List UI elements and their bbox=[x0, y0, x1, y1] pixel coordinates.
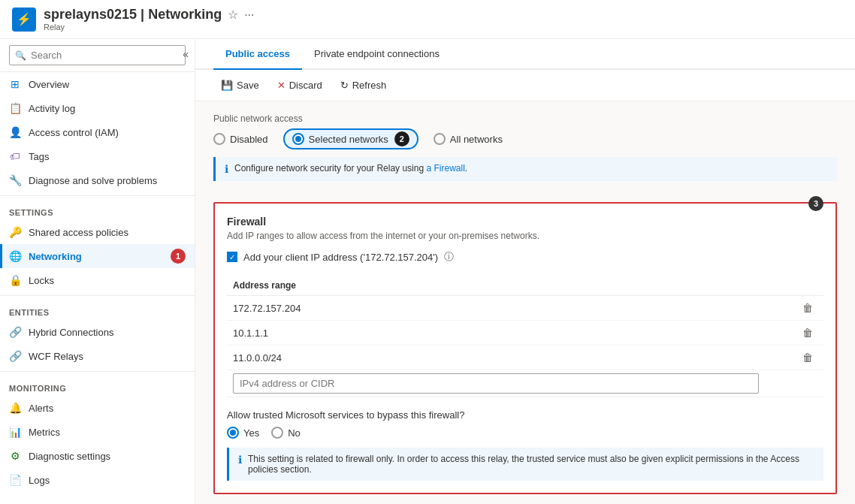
sidebar-item-networking[interactable]: 🌐 Networking 1 bbox=[0, 244, 195, 268]
delete-ip-button[interactable]: 🗑 bbox=[798, 300, 817, 315]
sidebar-item-label: Logs bbox=[29, 475, 50, 486]
tab-label: Public access bbox=[225, 48, 290, 59]
sidebar-item-wcf-relays[interactable]: 🔗 WCF Relays bbox=[0, 344, 195, 368]
collapse-sidebar-button[interactable]: « bbox=[177, 45, 195, 63]
save-label: Save bbox=[237, 80, 259, 91]
info-text: Configure network security for your Rela… bbox=[234, 163, 467, 174]
tags-icon: 🏷 bbox=[9, 150, 21, 162]
wcf-relays-icon: 🔗 bbox=[9, 350, 21, 362]
step-2-badge: 2 bbox=[394, 131, 409, 146]
add-client-ip-row: Add your client IP address ('172.72.157.… bbox=[227, 250, 823, 264]
search-input[interactable] bbox=[9, 45, 186, 65]
sidebar-item-logs[interactable]: 📄 Logs bbox=[0, 468, 195, 492]
search-icon: 🔍 bbox=[15, 50, 26, 61]
bypass-no-radio[interactable] bbox=[271, 427, 283, 439]
tab-public-access[interactable]: Public access bbox=[213, 39, 302, 70]
all-networks-option[interactable]: All networks bbox=[434, 133, 503, 145]
sidebar-divider-2 bbox=[0, 295, 195, 296]
warning-info-icon: ℹ bbox=[238, 454, 242, 466]
bypass-yes-label: Yes bbox=[243, 427, 259, 439]
delete-ip-button[interactable]: 🗑 bbox=[798, 350, 817, 365]
ip-value: 10.1.1.1 bbox=[227, 321, 792, 346]
discard-button[interactable]: ✕ Discard bbox=[270, 76, 330, 95]
selected-networks-option[interactable]: Selected networks 2 bbox=[283, 128, 418, 149]
bypass-no-option[interactable]: No bbox=[271, 427, 301, 439]
sidebar-nav: ⊞ Overview 📋 Activity log 👤 Access contr… bbox=[0, 72, 195, 492]
sidebar-item-label: WCF Relays bbox=[29, 351, 83, 362]
bypass-section: Allow trusted Microsoft services to bypa… bbox=[227, 409, 823, 481]
save-button[interactable]: 💾 Save bbox=[213, 76, 267, 95]
shared-access-icon: 🔑 bbox=[9, 226, 21, 238]
refresh-button[interactable]: ↻ Refresh bbox=[333, 76, 394, 95]
sidebar-divider-3 bbox=[0, 371, 195, 372]
ip-value: 172.72.157.204 bbox=[227, 296, 792, 321]
sidebar-item-label: Metrics bbox=[29, 427, 60, 438]
sidebar-search-area: 🔍 bbox=[0, 39, 195, 72]
warning-banner: ℹ This setting is related to firewall on… bbox=[227, 448, 823, 481]
sidebar-item-diagnose[interactable]: 🔧 Diagnose and solve problems bbox=[0, 168, 195, 192]
sidebar-item-access-control[interactable]: 👤 Access control (IAM) bbox=[0, 120, 195, 144]
sidebar-item-label: Shared access policies bbox=[29, 227, 128, 238]
selected-networks-label: Selected networks bbox=[309, 134, 388, 145]
sidebar-item-shared-access[interactable]: 🔑 Shared access policies bbox=[0, 220, 195, 244]
selected-networks-highlight: Selected networks 2 bbox=[283, 128, 418, 149]
sidebar-item-label: Access control (IAM) bbox=[29, 127, 119, 138]
bypass-no-label: No bbox=[288, 427, 301, 439]
sidebar-item-overview[interactable]: ⊞ Overview bbox=[0, 72, 195, 96]
network-access-radio-group: Disabled Selected networks 2 All network… bbox=[213, 128, 837, 149]
address-table: Address range 172.72.157.204 🗑 10.1.1.1 … bbox=[227, 276, 823, 397]
all-networks-radio[interactable] bbox=[434, 133, 446, 145]
more-actions-button[interactable]: ··· bbox=[244, 8, 254, 22]
sidebar-item-tags[interactable]: 🏷 Tags bbox=[0, 144, 195, 168]
sidebar-item-metrics[interactable]: 📊 Metrics bbox=[0, 420, 195, 444]
sidebar-item-diagnostic-settings[interactable]: ⚙ Diagnostic settings bbox=[0, 444, 195, 468]
tab-label: Private endpoint connections bbox=[314, 48, 440, 59]
delete-ip-button[interactable]: 🗑 bbox=[798, 325, 817, 340]
content-area: Public access Private endpoint connectio… bbox=[195, 39, 855, 504]
bypass-yes-radio[interactable] bbox=[227, 427, 239, 439]
disabled-label: Disabled bbox=[230, 134, 268, 145]
activity-log-icon: 📋 bbox=[9, 102, 21, 114]
sidebar-item-label: Locks bbox=[29, 275, 54, 286]
resource-type: Relay bbox=[44, 23, 254, 32]
info-icon: ℹ bbox=[225, 163, 228, 175]
warning-text: This setting is related to firewall only… bbox=[248, 454, 814, 475]
refresh-icon: ↻ bbox=[340, 80, 349, 91]
sidebar-item-activity-log[interactable]: 📋 Activity log bbox=[0, 96, 195, 120]
diagnostic-settings-icon: ⚙ bbox=[9, 450, 21, 462]
metrics-icon: 📊 bbox=[9, 426, 21, 438]
entities-section-label: Entities bbox=[0, 299, 195, 320]
firewall-link[interactable]: a Firewall bbox=[426, 163, 464, 174]
actions-header bbox=[792, 276, 823, 296]
discard-label: Discard bbox=[289, 80, 322, 91]
overview-icon: ⊞ bbox=[9, 78, 21, 90]
add-client-ip-checkbox[interactable] bbox=[227, 252, 237, 262]
page-title: sprelayns0215 | Networking ☆ ··· bbox=[44, 7, 254, 23]
network-access-label: Public network access bbox=[213, 113, 837, 124]
settings-section-label: Settings bbox=[0, 199, 195, 220]
bypass-yes-option[interactable]: Yes bbox=[227, 427, 259, 439]
discard-icon: ✕ bbox=[277, 80, 286, 91]
address-range-header: Address range bbox=[227, 276, 792, 296]
sidebar-item-locks[interactable]: 🔒 Locks bbox=[0, 268, 195, 292]
info-icon-checkbox: ⓘ bbox=[444, 250, 454, 264]
disabled-radio[interactable] bbox=[213, 133, 225, 145]
tab-private-endpoint[interactable]: Private endpoint connections bbox=[302, 39, 452, 70]
firewall-title: Firewall bbox=[227, 216, 823, 228]
disabled-option[interactable]: Disabled bbox=[213, 133, 268, 145]
table-row: 172.72.157.204 🗑 bbox=[227, 296, 823, 321]
bypass-title: Allow trusted Microsoft services to bypa… bbox=[227, 409, 823, 421]
tabs-bar: Public access Private endpoint connectio… bbox=[195, 39, 855, 70]
sidebar: 🔍 « ⊞ Overview 📋 Activity log 👤 Access c… bbox=[0, 39, 195, 504]
ip-address-input[interactable] bbox=[233, 373, 759, 394]
sidebar-item-label: Networking bbox=[29, 251, 82, 262]
sidebar-item-label: Hybrid Connections bbox=[29, 327, 113, 338]
refresh-label: Refresh bbox=[352, 80, 387, 91]
selected-networks-radio[interactable] bbox=[292, 133, 304, 145]
sidebar-item-alerts[interactable]: 🔔 Alerts bbox=[0, 396, 195, 420]
favorite-button[interactable]: ☆ bbox=[228, 8, 238, 22]
alerts-icon: 🔔 bbox=[9, 402, 21, 414]
sidebar-item-hybrid-connections[interactable]: 🔗 Hybrid Connections bbox=[0, 320, 195, 344]
logs-icon: 📄 bbox=[9, 474, 21, 486]
save-icon: 💾 bbox=[221, 80, 233, 91]
